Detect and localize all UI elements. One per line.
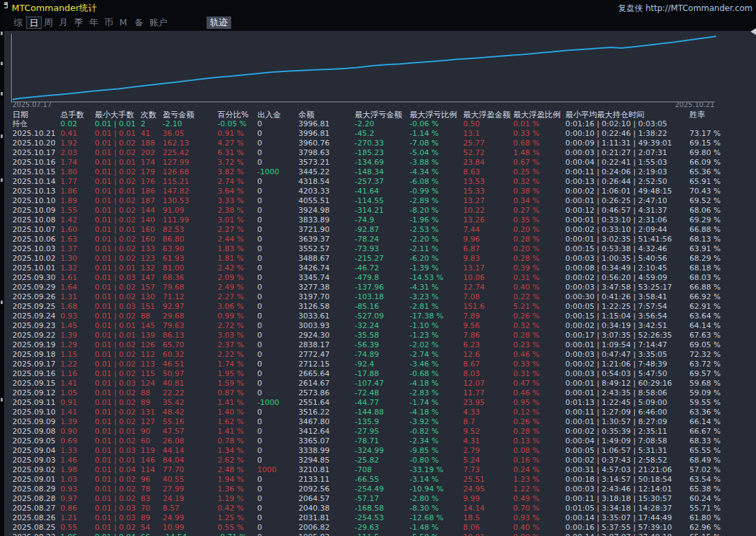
table-row[interactable]: 2025.10.172.030.01 | 0.02202225.426.31 %…	[12, 148, 756, 158]
cell-pct: 0.91 %	[217, 129, 257, 139]
cell-hold_time_min_avg_max: 0:00:02 | 0:56:20 | 4:59:09	[565, 273, 689, 283]
cell-win_rate: 68.13 %	[689, 235, 756, 244]
cell-pct: 3.03 %	[217, 331, 257, 340]
table-row[interactable]: 2025.08.290.930.01 | 0.027827.991.36 %02…	[12, 485, 756, 494]
site-link[interactable]: 复盘侠 http://MTCommander.com	[618, 3, 753, 14]
cell-cash_flow: 0	[257, 417, 298, 427]
cell-max_float_loss_pct: -2.89 %	[410, 196, 463, 206]
menu-item-M[interactable]: M	[117, 16, 130, 29]
cell-max_float_profit: 8.67	[463, 360, 513, 369]
cell-min_max_lots: 0.01 | 0.01	[95, 129, 141, 139]
table-row[interactable]: 2025.08.261.210.01 | 0.038924.991.25 %02…	[12, 513, 756, 523]
menu-item-备[interactable]: 备	[132, 16, 146, 29]
column-header-balance[interactable]: 余额	[298, 110, 355, 119]
column-header-max_float_loss_pct[interactable]: 最大浮亏比例	[410, 110, 463, 119]
panel-collapse-arrow[interactable]	[751, 28, 756, 35]
column-header-min_max_lots[interactable]: 最小大手数	[95, 110, 141, 119]
table-row[interactable]: 2025.10.021.300.01 | 0.0212361.931.81 %0…	[12, 254, 756, 264]
table-row[interactable]: 2025.09.251.680.01 | 0.0315192.973.06 %0…	[12, 302, 756, 312]
table-row[interactable]: 2025.09.050.690.01 | 0.026026.080.78 %03…	[12, 436, 756, 446]
table-row[interactable]: 2025.09.240.930.01 | 0.028829.680.99 %03…	[12, 312, 756, 321]
table-row[interactable]: 2025.09.221.390.01 | 0.0113986.133.03 %0…	[12, 331, 756, 340]
cell-balance: 3516.22	[298, 408, 355, 417]
table-row[interactable]: 2025.09.101.410.01 | 0.0213148.421.40 %0…	[12, 408, 756, 417]
column-header-pct[interactable]: 百分比%	[217, 110, 257, 119]
table-row[interactable]: 2025.10.161.740.01 | 0.01174127.993.72 %…	[12, 158, 756, 167]
table-row[interactable]: 持仓0.020.01 | 0.012-2.10-0.05 %03996.81-2…	[12, 119, 756, 129]
column-header-total_lots[interactable]: 总手数	[60, 110, 95, 119]
table-row[interactable]: 2025.09.121.050.01 | 0.028822.220.87 %02…	[12, 388, 756, 398]
cell-max_float_loss_pct: -6.20 %	[410, 254, 463, 264]
column-header-max_float_loss[interactable]: 最大浮亏金额	[355, 110, 410, 119]
table-row[interactable]: 2025.10.101.890.01 | 0.02187130.533.33 %…	[12, 196, 756, 206]
cell-hold_time_min_avg_max: 0:00:16 | 5:37:55 | 57:39:10	[565, 523, 689, 533]
table-row[interactable]: 2025.10.061.630.01 | 0.0216086.802.44 %0…	[12, 235, 756, 244]
table-row[interactable]: 2025.10.011.320.01 | 0.0113281.002.42 %0…	[12, 264, 756, 273]
table-row[interactable]: 2025.09.110.910.01 | 0.028935.421.41 %-1…	[12, 398, 756, 408]
menu-item-年[interactable]: 年	[86, 16, 101, 29]
cell-max_float_profit: 13.26	[463, 215, 513, 225]
column-header-hold_time_min_avg_max[interactable]: 最小平均最大持仓时间	[565, 110, 689, 119]
cell-cash_flow: 0	[257, 369, 298, 379]
column-header-count[interactable]: 次数	[141, 110, 163, 119]
table-row[interactable]: 2025.10.031.370.01 | 0.0213363.901.83 %0…	[12, 244, 756, 254]
table-row[interactable]: 2025.09.301.610.01 | 0.0314768.362.09 %0…	[12, 273, 756, 283]
table-row[interactable]: 2025.09.231.450.01 | 0.0114579.632.72 %0…	[12, 321, 756, 331]
menu-item-综[interactable]: 综	[11, 16, 25, 29]
table-row[interactable]: 2025.10.210.410.01 | 0.014136.050.91 %03…	[12, 129, 756, 139]
table-row[interactable]: 2025.09.161.160.01 | 0.0211550.971.95 %0…	[12, 369, 756, 379]
table-row[interactable]: 2025.08.270.860.01 | 0.03708.570.42 %020…	[12, 504, 756, 513]
menu-item-月[interactable]: 月	[56, 16, 71, 29]
cell-balance: 2772.47	[298, 350, 355, 360]
column-header-max_float_profit[interactable]: 最大浮盈金额	[463, 110, 513, 119]
table-row[interactable]: 2025.09.261.310.01 | 0.0213071.122.27 %0…	[12, 292, 756, 302]
cell-total_lots: 1.33	[60, 446, 95, 456]
table-row[interactable]: 2025.09.171.220.01 | 0.0211346.511.74 %0…	[12, 360, 756, 369]
table-row[interactable]: 2025.10.131.860.01 | 0.01186147.823.64 %…	[12, 187, 756, 196]
column-header-date[interactable]: 日期	[12, 110, 60, 119]
cell-hold_time_min_avg_max: 0:00:02 | 0:34:19 | 3:42:51	[565, 321, 689, 331]
table-row[interactable]: 2025.09.080.900.01 | 0.019047.571.41 %03…	[12, 427, 756, 436]
table-row[interactable]: 2025.10.201.920.01 | 0.02188162.134.27 %…	[12, 139, 756, 148]
trace-button[interactable]: 轨迹	[206, 16, 231, 29]
menu-item-周[interactable]: 周	[41, 16, 56, 29]
table-row[interactable]: 2025.08.280.970.01 | 0.028324.191.19 %02…	[12, 494, 756, 504]
column-header-max_float_profit_pct[interactable]: 最大浮盈比例	[513, 110, 565, 119]
column-header-win_rate[interactable]: 胜率	[689, 110, 756, 119]
table-row[interactable]: 2025.09.191.290.01 | 0.0212665.702.37 %0…	[12, 340, 756, 350]
table-row[interactable]: 2025.10.151.800.01 | 0.02179126.683.82 %…	[12, 167, 756, 177]
table-row[interactable]: 2025.09.151.410.01 | 0.0312440.811.59 %0…	[12, 379, 756, 388]
cell-max_float_profit_pct: 0.33 %	[513, 360, 565, 369]
menu-item-账户[interactable]: 账户	[147, 16, 170, 29]
table-row[interactable]: 2025.09.041.330.01 | 0.0311944.141.34 %0…	[12, 446, 756, 456]
cell-max_float_profit_pct: 0.28 %	[513, 235, 565, 244]
menu-item-日[interactable]: 日	[26, 16, 42, 29]
table-row[interactable]: 2025.10.091.550.01 | 0.0214491.092.38 %0…	[12, 206, 756, 215]
table-row[interactable]: 2025.09.011.030.01 | 0.029640.551.94 %02…	[12, 475, 756, 485]
column-header-cash_flow[interactable]: 出入金	[257, 110, 298, 119]
cell-pnl: 26.08	[163, 436, 217, 446]
table-row[interactable]: 2025.08.250.550.01 | 0.025410.990.55 %02…	[12, 523, 756, 533]
table-row[interactable]: 2025.09.021.980.01 | 0.0411477.702.48 %1…	[12, 465, 756, 475]
table-row[interactable]: 2025.08.221.060.01 | 0.0466-14.54-0.71 %…	[12, 533, 756, 536]
cell-date: 2025.10.13	[12, 187, 60, 196]
table-row[interactable]: 2025.09.291.640.01 | 0.0215779.682.49 %0…	[12, 283, 756, 292]
table-row[interactable]: 2025.10.071.600.01 | 0.0116082.532.27 %0…	[12, 225, 756, 235]
cell-date: 2025.10.02	[12, 254, 60, 264]
column-header-pnl[interactable]: 盈亏金额	[163, 110, 217, 119]
cell-max_float_profit_pct: 0.01 %	[513, 119, 565, 129]
menu-item-币[interactable]: 币	[102, 16, 116, 29]
menu-item-季[interactable]: 季	[71, 16, 86, 29]
table-row[interactable]: 2025.10.081.420.01 | 0.02140111.993.01 %…	[12, 215, 756, 225]
table-row[interactable]: 2025.09.031.460.01 | 0.0114684.042.62 %0…	[12, 456, 756, 465]
cell-max_float_loss_pct: -2.02 %	[410, 340, 463, 350]
cell-cash_flow: 0	[257, 436, 298, 446]
table-row[interactable]: 2025.10.141.770.01 | 0.02176115.212.74 %…	[12, 177, 756, 187]
table-row[interactable]: 2025.09.091.390.01 | 0.0212755.161.62 %0…	[12, 417, 756, 427]
cell-max_float_profit: 10.06	[463, 273, 513, 283]
cell-total_lots: 1.64	[60, 283, 95, 292]
cell-total_lots: 1.16	[60, 369, 95, 379]
left-scrollbar-strip[interactable]	[0, 0, 4, 536]
table-row[interactable]: 2025.09.181.150.01 | 0.0211260.322.22 %0…	[12, 350, 756, 360]
cell-hold_time_min_avg_max: 0:00:02 | 1:21:06 | 7:48:39	[565, 360, 689, 369]
